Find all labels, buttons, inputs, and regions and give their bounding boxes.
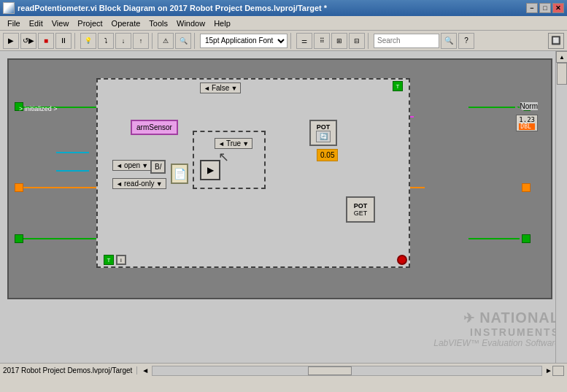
menu-edit[interactable]: Edit <box>25 16 47 30</box>
file-node[interactable]: 📄 <box>171 164 188 184</box>
menu-bar: File Edit View Project Operate Tools Win… <box>0 16 567 31</box>
menu-project[interactable]: Project <box>73 16 107 30</box>
const-005-value: 0.05 <box>320 151 334 159</box>
status-project-label: 2017 Robot Project Demos.lvproj/Target <box>3 366 137 374</box>
terminal-bot-right <box>522 234 531 243</box>
false-left-arrow: ◄ <box>204 85 210 92</box>
readonly-right-arrow: ▼ <box>156 180 163 188</box>
search-extra[interactable]: 🔍 <box>175 33 191 49</box>
initialized-label: > initialized > <box>19 105 58 112</box>
warn-button[interactable]: ⚠ <box>158 33 174 49</box>
inner-loop <box>193 131 266 189</box>
bool-terminal-bot: T <box>104 255 114 265</box>
sep3 <box>194 33 197 49</box>
arm-sensor-label: armSensor <box>136 123 172 131</box>
false-label: False <box>212 84 229 92</box>
sep5 <box>368 33 371 49</box>
menu-operate[interactable]: Operate <box>107 16 145 30</box>
terminal-mid-right <box>522 183 531 192</box>
labview-eval-text: LabVIEW™ Evaluation Software <box>433 338 560 348</box>
stop-terminal <box>397 255 407 265</box>
scroll-track[interactable] <box>556 63 567 366</box>
search-icon-btn[interactable]: 🔍 <box>441 33 457 49</box>
cursor-icon: ↖ <box>218 149 229 165</box>
sep4 <box>290 33 293 49</box>
readonly-indicator[interactable]: ◄ read-only ▼ <box>112 178 166 189</box>
status-bar: 2017 Robot Project Demos.lvproj/Target ◄… <box>0 363 567 377</box>
step-over-button[interactable]: ⤵ <box>98 33 114 49</box>
pot-icon-left: 🔄 <box>316 131 331 142</box>
ni-sub: INSTRUMENTS <box>433 326 560 338</box>
step-into-button[interactable]: ↓ <box>115 33 131 49</box>
dist-button[interactable]: ⠿ <box>314 33 330 49</box>
pot-node-left[interactable]: POT 🔄 <box>309 120 337 146</box>
stop-button[interactable]: ■ <box>38 33 54 49</box>
title-bar: readPotentiometer.vi Block Diagram on 20… <box>0 0 567 16</box>
highlight-button[interactable]: 💡 <box>80 33 96 49</box>
resize-button[interactable]: ⊞ <box>331 33 347 49</box>
arm-sensor-node[interactable]: armSensor <box>131 120 178 135</box>
loop-iteration-counter: i <box>116 255 126 265</box>
sep1 <box>74 33 77 49</box>
readonly-left-arrow: ◄ <box>116 180 123 188</box>
get-label: GET <box>354 210 368 217</box>
pause-button[interactable]: ⏸ <box>55 33 72 49</box>
pot-get-label: POT <box>354 202 368 210</box>
watermark: ✈ NATIONAL INSTRUMENTS LabVIEW™ Evaluati… <box>433 310 560 348</box>
open-label: open <box>124 161 140 169</box>
sep2 <box>152 33 155 49</box>
menu-tools[interactable]: Tools <box>144 16 172 30</box>
file-icon: 📄 <box>174 168 186 180</box>
search-input[interactable] <box>374 34 439 48</box>
toolbar: ▶ ↺▶ ■ ⏸ 💡 ⤵ ↓ ↑ ⚠ 🔍 15pt Application Fo… <box>0 31 567 51</box>
bool-terminal-top: T <box>393 81 403 91</box>
dbl-indicator: 1.23 DBL <box>516 115 538 131</box>
font-selector[interactable]: 15pt Application Font <box>200 34 288 48</box>
minimize-button[interactable]: − <box>526 3 538 13</box>
menu-help[interactable]: Help <box>209 16 235 30</box>
step-out-button[interactable]: ↑ <box>133 33 149 49</box>
scroll-thumb[interactable] <box>557 63 567 85</box>
false-case-selector[interactable]: ◄ False ▼ <box>200 82 241 93</box>
scroll-up-arrow[interactable]: ▲ <box>556 51 567 63</box>
status-corner <box>552 366 564 376</box>
while-loop-frame[interactable]: ◄ False ▼ armSensor POT 🔄 0.05 POT GET <box>96 78 410 268</box>
open-right-arrow: ▼ <box>142 162 148 169</box>
open-left-arrow: ◄ <box>116 162 123 169</box>
open-indicator[interactable]: ◄ open ▼ <box>112 160 152 171</box>
main-area: ✈ NATIONAL INSTRUMENTS LabVIEW™ Evaluati… <box>0 51 567 377</box>
b-slash-node[interactable]: B/ <box>150 160 166 174</box>
app-icon <box>3 2 15 14</box>
run-cont-button[interactable]: ↺▶ <box>20 33 36 49</box>
terminal-mid-left <box>15 183 23 192</box>
pot-label-left: POT <box>317 123 331 131</box>
status-scroll-right[interactable]: ► <box>545 366 552 374</box>
false-right-arrow: ▼ <box>231 85 237 92</box>
run-button[interactable]: ▶ <box>3 33 19 49</box>
menu-window[interactable]: Window <box>172 16 209 30</box>
menu-file[interactable]: File <box>3 16 25 30</box>
menu-view[interactable]: View <box>47 16 74 30</box>
help-button[interactable]: ? <box>458 33 474 49</box>
extra-icon[interactable]: 🔲 <box>548 33 564 49</box>
order-button[interactable]: ⊟ <box>349 33 365 49</box>
h-scroll-thumb[interactable] <box>308 366 352 375</box>
b-slash-label: B/ <box>155 163 161 171</box>
terminal-bot-left <box>15 234 23 243</box>
close-button[interactable]: ✕ <box>552 3 564 13</box>
readonly-label: read-only <box>124 180 155 188</box>
window-title: readPotentiometer.vi Block Diagram on 20… <box>18 4 526 12</box>
window-controls: − □ ✕ <box>526 3 564 13</box>
align-button[interactable]: ⚌ <box>296 33 312 49</box>
const-005[interactable]: 0.05 <box>317 149 338 161</box>
right-scrollbar: ▲ ▼ <box>555 51 567 377</box>
maximize-button[interactable]: □ <box>539 3 551 13</box>
status-scroll-left[interactable]: ◄ <box>142 366 149 374</box>
diagram-canvas[interactable]: > initialized > ◄ False ▼ armSensor POT … <box>7 58 552 299</box>
pot-get-node[interactable]: POT GET <box>346 196 375 223</box>
status-scrollbar-h[interactable] <box>152 366 542 376</box>
ni-logo: ✈ NATIONAL <box>433 310 560 326</box>
